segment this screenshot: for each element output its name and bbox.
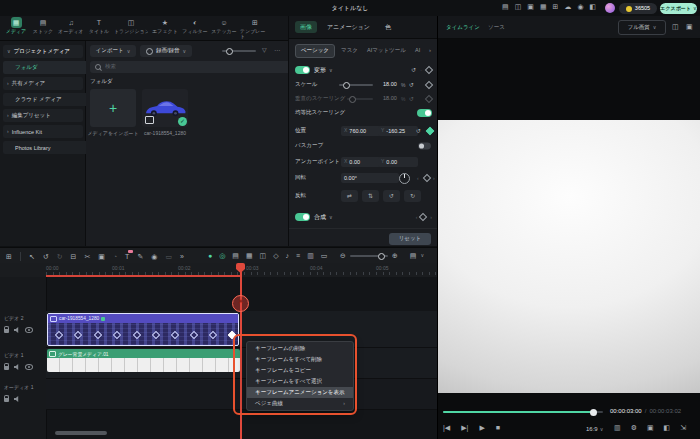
rotation-dial-icon[interactable] xyxy=(399,173,410,184)
subtab-scroll-icon[interactable]: › xyxy=(429,47,431,53)
keyframe-diamond[interactable] xyxy=(209,331,217,339)
split-scissors-icon[interactable]: ✂ xyxy=(84,253,90,260)
transition-tool-icon[interactable]: ◫ xyxy=(260,252,267,259)
mute-icon[interactable] xyxy=(14,327,20,333)
ai-tool-icon[interactable]: ▥ xyxy=(307,252,314,259)
collapse-caret-icon[interactable]: ∨ xyxy=(329,68,333,73)
active-keyframe-icon[interactable] xyxy=(426,126,434,134)
timeline-ruler[interactable]: 00:00 00:01 00:02 00:03 00:04 00:05 xyxy=(0,263,437,278)
path-curve-toggle[interactable] xyxy=(418,143,431,150)
import-media-tile[interactable]: + xyxy=(90,89,136,127)
flip-horizontal-button[interactable]: ⇄ xyxy=(341,190,358,202)
keyframe-diamond[interactable] xyxy=(94,331,102,339)
reset-keyframe-icon[interactable]: ↺ xyxy=(416,128,421,134)
export-button[interactable]: エクスポート ∨ xyxy=(660,3,697,14)
volume-icon[interactable]: ◧ xyxy=(664,424,671,431)
timeline-clip-car[interactable]: car-1918554_1280 xyxy=(47,313,239,346)
feedback-icon[interactable]: ▣ xyxy=(527,3,534,10)
rotate-field[interactable]: 0.00° xyxy=(341,173,399,183)
keyframe-diamond[interactable] xyxy=(152,331,160,339)
lock-icon[interactable] xyxy=(4,366,9,370)
record-voice-icon[interactable]: ◉ xyxy=(151,253,157,260)
audio-track-1-lane[interactable] xyxy=(46,379,437,410)
aspect-ratio-dropdown[interactable]: 16:9 ∨ xyxy=(586,426,603,432)
keyframe-diamond[interactable] xyxy=(113,331,121,339)
filter-funnel-icon[interactable]: ▽ xyxy=(262,47,267,53)
zoom-out-icon[interactable]: ⊖ xyxy=(340,252,346,259)
transform-toggle[interactable] xyxy=(295,66,310,74)
tab-title[interactable]: T タイトル xyxy=(87,17,111,39)
reset-keyframe-icon[interactable]: ↺ xyxy=(411,67,416,73)
caret-down-icon[interactable]: ∨ xyxy=(420,253,424,258)
sidebar-item-edit-presets[interactable]: › 編集プリセット xyxy=(3,109,83,122)
subtab-ai[interactable]: AI xyxy=(415,48,420,54)
menu-item-copy-keyframe[interactable]: キーフレームをコピー xyxy=(247,365,353,376)
delete-icon[interactable]: ⊟ xyxy=(71,253,77,260)
slider-handle[interactable] xyxy=(226,48,233,55)
tab-filter[interactable]: ◐ フィルター xyxy=(182,17,208,39)
video-frame[interactable] xyxy=(438,120,700,393)
uniform-scaling-toggle[interactable] xyxy=(417,109,432,117)
snapshot-icon[interactable]: ▦ xyxy=(246,252,253,259)
tab-sticker[interactable]: ☺ ステッカー xyxy=(211,17,237,39)
rotate-cw-button[interactable]: ↻ xyxy=(404,190,421,202)
marker-pen-icon[interactable]: ✎ xyxy=(137,253,143,260)
audio-mixer-icon[interactable]: ≡ xyxy=(296,252,300,259)
add-keyframe-icon[interactable] xyxy=(425,66,433,74)
tab-color[interactable]: 色 xyxy=(385,24,391,30)
zoom-slider-handle[interactable] xyxy=(378,253,385,260)
position-y-field[interactable]: Y -160.25 xyxy=(378,126,418,136)
track-manager-icon[interactable]: ▤ xyxy=(410,252,417,259)
add-keyframe-icon[interactable] xyxy=(425,81,433,89)
tab-timeline-preview[interactable]: タイムライン xyxy=(446,25,480,31)
avatar[interactable] xyxy=(605,3,615,13)
media-library-icon[interactable]: ⊞ xyxy=(553,3,559,10)
lock-icon[interactable] xyxy=(4,329,9,333)
keyframe-diamond[interactable] xyxy=(133,331,141,339)
prev-keyframe-icon[interactable]: ‹ xyxy=(416,215,418,220)
tab-animation[interactable]: アニメーション xyxy=(327,24,370,30)
more-options-icon[interactable]: ⋯ xyxy=(274,47,280,53)
sidebar-item-photos-library[interactable]: Photos Library xyxy=(3,141,91,154)
menu-item-delete-keyframe[interactable]: キーフレームの削除 xyxy=(247,343,353,354)
previous-frame-button[interactable]: |◀ xyxy=(443,424,450,431)
notification-icon[interactable]: ◉ xyxy=(577,3,583,10)
search-input[interactable]: 検索 xyxy=(90,61,292,73)
anchor-x-field[interactable]: X 0.00 xyxy=(341,157,381,167)
position-x-field[interactable]: X 760.00 xyxy=(341,126,381,136)
anchor-y-field[interactable]: Y 0.00 xyxy=(378,157,418,167)
next-frame-button[interactable]: ▶| xyxy=(461,424,468,431)
cloud-icon[interactable]: ☁ xyxy=(564,3,571,10)
sidebar-item-cloud-media[interactable]: クラウド メディア xyxy=(3,93,91,106)
timeline-horizontal-scrollbar[interactable] xyxy=(55,431,107,435)
menu-item-bezier-curve[interactable]: ベジェ曲線 › xyxy=(247,398,353,409)
keyframe-diamond[interactable] xyxy=(171,331,179,339)
crop-icon[interactable]: ▣ xyxy=(98,253,105,260)
tab-stock[interactable]: ▤ ストック xyxy=(31,17,55,39)
media-clip-thumbnail[interactable]: ✓ xyxy=(142,89,188,127)
media-bin-icon[interactable]: ⊞ xyxy=(6,253,12,260)
reset-keyframe-icon[interactable]: ↺ xyxy=(409,82,414,88)
pointer-tool-icon[interactable]: ↖ xyxy=(29,253,35,260)
prev-keyframe-icon[interactable]: ‹ xyxy=(417,176,419,181)
zoom-in-icon[interactable]: ⊕ xyxy=(392,252,398,259)
keyframe-diamond[interactable] xyxy=(74,331,82,339)
tab-audio[interactable]: ♫ オーディオ xyxy=(58,17,84,39)
flip-vertical-button[interactable]: ⇅ xyxy=(362,190,379,202)
subtab-ai-matte[interactable]: AIマットツール xyxy=(367,48,406,54)
compositing-toggle[interactable] xyxy=(295,213,310,221)
thumbnail-size-slider[interactable] xyxy=(222,50,256,52)
tab-template[interactable]: ⊞ テンプレート xyxy=(240,17,270,39)
screen-record-icon[interactable]: ▦ xyxy=(540,3,547,10)
mute-icon[interactable] xyxy=(14,396,20,402)
keyframe-diamond[interactable] xyxy=(190,331,198,339)
next-keyframe-icon[interactable]: › xyxy=(430,215,432,220)
scale-slider[interactable] xyxy=(339,84,373,86)
collapse-caret-icon[interactable]: ∨ xyxy=(329,215,333,220)
coin-balance-badge[interactable]: 36505 xyxy=(619,3,657,14)
fullscreen-icon[interactable]: ⇲ xyxy=(680,424,686,431)
timeline-clip-background[interactable]: グレー背景メディア.01 xyxy=(47,349,240,372)
playhead-line[interactable] xyxy=(240,263,242,439)
subtitle-icon[interactable]: ▭ xyxy=(321,252,328,259)
quality-dropdown[interactable]: フル画質 ∨ xyxy=(618,20,666,35)
